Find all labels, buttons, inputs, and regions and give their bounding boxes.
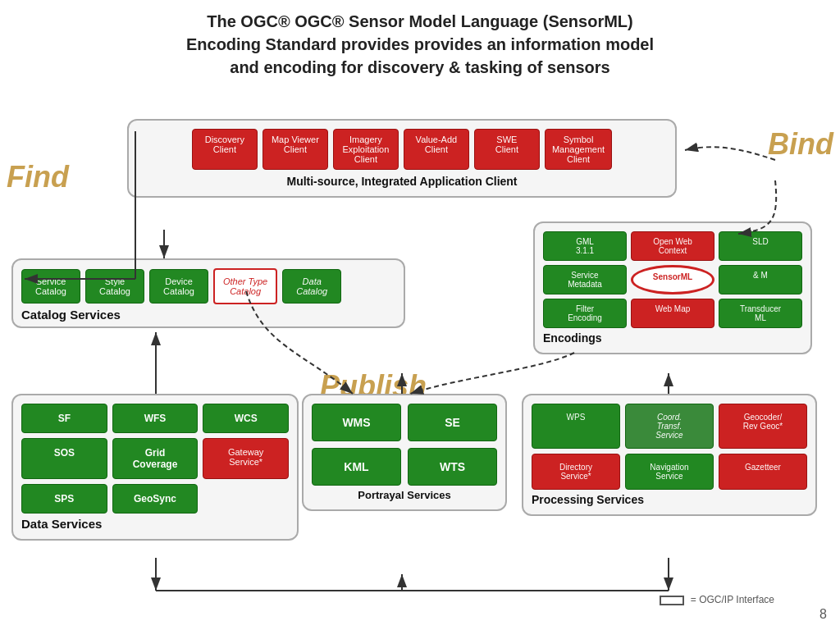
web-map-btn[interactable]: Web Map xyxy=(631,299,714,328)
catalog-services-label: Catalog Services xyxy=(21,308,395,322)
ogc-ip-label: = OGC/IP Interface xyxy=(660,594,774,605)
data-grid: SF WFS WCS SOS GridCoverage GatewayServi… xyxy=(21,404,289,514)
open-web-context-btn[interactable]: Open WebContext xyxy=(631,231,714,261)
encodings-grid: GML3.1.1 Open WebContext SLD ServiceMeta… xyxy=(543,231,802,328)
main-title: The OGC® OGC® Sensor Model Language (Sen… xyxy=(0,0,840,84)
transducer-ml-btn[interactable]: TransducerML xyxy=(719,299,802,328)
symbol-mgmt-client-btn[interactable]: SymbolManagementClient xyxy=(545,129,612,170)
service-catalog-btn[interactable]: ServiceCatalog xyxy=(21,269,80,304)
discovery-client-btn[interactable]: DiscoveryClient xyxy=(192,129,258,170)
app-client-box: DiscoveryClient Map ViewerClient Imagery… xyxy=(127,119,677,198)
wcs-btn[interactable]: WCS xyxy=(203,404,289,433)
catalog-services-box: ServiceCatalog StyleCatalog DeviceCatalo… xyxy=(11,258,405,328)
swe-client-btn[interactable]: SWEClient xyxy=(474,129,540,170)
data-catalog-btn[interactable]: DataCatalog xyxy=(282,269,341,304)
device-catalog-btn[interactable]: DeviceCatalog xyxy=(149,269,208,304)
service-metadata-btn[interactable]: ServiceMetadata xyxy=(543,265,627,294)
processing-services-label: Processing Services xyxy=(532,493,807,506)
navigation-service-btn[interactable]: NavigationService xyxy=(625,454,714,490)
grid-coverage-btn[interactable]: GridCoverage xyxy=(112,438,199,479)
wps-btn[interactable]: WPS xyxy=(532,404,620,449)
catalog-buttons: ServiceCatalog StyleCatalog DeviceCatalo… xyxy=(21,268,395,304)
geocoder-btn[interactable]: Geocoder/Rev Geoc* xyxy=(719,404,807,449)
se-btn[interactable]: SE xyxy=(408,404,497,441)
data-services-label: Data Services xyxy=(21,517,289,531)
sensorml-btn[interactable]: SensorML xyxy=(631,265,714,294)
value-add-client-btn[interactable]: Value-AddClient xyxy=(404,129,469,170)
imagery-exploitation-client-btn[interactable]: ImageryExploitationClient xyxy=(333,129,399,170)
bind-label: Bind xyxy=(768,127,833,162)
sos-btn[interactable]: SOS xyxy=(21,438,107,479)
style-catalog-btn[interactable]: StyleCatalog xyxy=(85,269,144,304)
gazetteer-btn[interactable]: Gazetteer xyxy=(719,454,807,490)
filter-encoding-btn[interactable]: FilterEncoding xyxy=(543,299,627,328)
gml-btn[interactable]: GML3.1.1 xyxy=(543,231,627,261)
geosync-btn[interactable]: GeoSync xyxy=(112,484,199,514)
kml-btn[interactable]: KML xyxy=(312,448,401,486)
page-number: 8 xyxy=(819,607,827,622)
processing-services-box: WPS Coord.Transf.Service Geocoder/Rev Ge… xyxy=(522,394,817,516)
client-buttons: DiscoveryClient Map ViewerClient Imagery… xyxy=(137,129,667,170)
encodings-label: Encodings xyxy=(543,331,802,345)
encodings-box: GML3.1.1 Open WebContext SLD ServiceMeta… xyxy=(533,221,812,354)
directory-service-btn[interactable]: DirectoryService* xyxy=(532,454,620,490)
map-viewer-client-btn[interactable]: Map ViewerClient xyxy=(262,129,328,170)
app-client-label: Multi-source, Integrated Application Cli… xyxy=(137,175,667,188)
wfs-btn[interactable]: WFS xyxy=(112,404,199,433)
and-m-btn[interactable]: & M xyxy=(719,265,802,294)
processing-grid: WPS Coord.Transf.Service Geocoder/Rev Ge… xyxy=(532,404,807,490)
wts-btn[interactable]: WTS xyxy=(408,448,497,486)
sf-btn[interactable]: SF xyxy=(21,404,107,433)
data-services-box: SF WFS WCS SOS GridCoverage GatewayServi… xyxy=(11,394,299,541)
coord-transf-btn[interactable]: Coord.Transf.Service xyxy=(625,404,714,449)
portrayal-services-box: WMS SE KML WTS Portrayal Services xyxy=(302,394,507,511)
portrayal-grid: WMS SE KML WTS xyxy=(312,404,497,486)
sps-btn[interactable]: SPS xyxy=(21,484,107,514)
other-type-catalog-btn[interactable]: Other TypeCatalog xyxy=(213,268,277,304)
sld-btn[interactable]: SLD xyxy=(719,231,802,261)
gateway-service-btn[interactable]: GatewayService* xyxy=(203,438,289,479)
find-label: Find xyxy=(7,160,69,194)
wms-btn[interactable]: WMS xyxy=(312,404,401,441)
portrayal-services-label: Portrayal Services xyxy=(312,489,497,501)
